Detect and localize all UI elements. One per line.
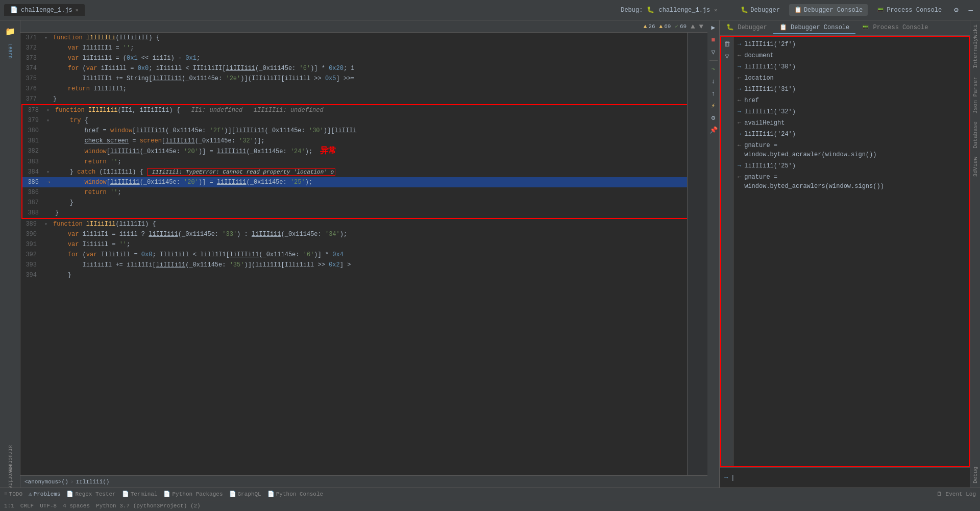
table-row: 384 ▾ } catch (I1IiI1il) { I1IiI1il: Typ… — [22, 167, 705, 177]
bottom-left: ≡ TODO ⚠ Problems 📄 Regex Tester 📄 Termi… — [4, 491, 323, 497]
tab-panel-process-console[interactable]: 📟 Process Console — [855, 21, 934, 34]
eval-button[interactable]: ⚡ — [708, 101, 719, 111]
tab-regex-tester[interactable]: 📄 Regex Tester — [66, 491, 115, 497]
right-panel: 🐛 Debugger 📋 Debugger Console 📟 Process … — [720, 20, 970, 488]
stop-button[interactable]: ■ — [708, 35, 719, 45]
breadcrumb-function[interactable]: IIlIliii() — [76, 479, 109, 485]
line-gutter: ▾ — [43, 167, 53, 177]
fold-icon[interactable]: ▾ — [44, 221, 47, 227]
filter-button[interactable]: ▽ — [708, 47, 719, 57]
sidebar-label-database[interactable]: Database — [972, 117, 978, 153]
line-gutter — [43, 136, 53, 146]
settings-button[interactable]: ⚙ — [951, 5, 961, 15]
step-in-button[interactable]: ↓ — [708, 76, 719, 86]
python-packages-label: Python Packages — [172, 491, 223, 497]
regex-label: Regex Tester — [75, 491, 115, 497]
fold-icon[interactable]: ▾ — [46, 169, 50, 175]
minimize-button[interactable]: — — [966, 5, 976, 15]
sidebar-icon-folder[interactable]: 📁 — [1, 22, 19, 41]
line-number: 383 — [22, 157, 43, 167]
list-item: ← gnature = window.byted_acrawler(window… — [733, 140, 969, 160]
pin-button[interactable]: 📌 — [708, 125, 719, 135]
tab-python-packages[interactable]: 📄 Python Packages — [163, 491, 223, 497]
table-row: 388 } — [22, 208, 705, 218]
graphql-label: GraphQL — [238, 491, 261, 497]
tab-problems[interactable]: ⚠ Problems — [29, 491, 60, 497]
table-row: 379 ▾ try { — [22, 115, 705, 126]
tab-panel-debugger[interactable]: 🐛 Debugger — [720, 21, 773, 34]
line-number: 389 — [20, 219, 41, 229]
tab-todo[interactable]: ≡ TODO — [4, 491, 22, 497]
fold-icon[interactable]: ▾ — [44, 35, 47, 41]
sidebar-label-internalywiki[interactable]: InternalyWiki — [972, 20, 978, 72]
line-number: 391 — [20, 239, 41, 250]
sidebar-label-3dview[interactable]: 3dView — [972, 153, 978, 181]
line-number: 374 — [20, 63, 41, 74]
tab-terminal[interactable]: 📄 Terminal — [122, 491, 158, 497]
line-number: 372 — [20, 43, 41, 53]
list-item: ← gnature = window.byted_acrawlers(windo… — [733, 172, 969, 192]
event-log-button[interactable]: 🗒 Event Log — [937, 491, 976, 497]
todo-label: TODO — [9, 491, 22, 497]
line-gutter — [41, 260, 51, 270]
regex-icon: 📄 — [66, 491, 74, 497]
list-item: ← availHeight — [733, 117, 969, 129]
sidebar-icon-favorites[interactable]: Favorites — [1, 469, 19, 488]
resume-button[interactable]: ▶ — [708, 22, 719, 33]
step-over-button[interactable]: ↷ — [708, 64, 719, 74]
console-filter-button[interactable]: ▽ — [722, 51, 732, 61]
tab-panel-debugger-console[interactable]: 📋 Debugger Console — [773, 21, 855, 34]
console-text: window.byted_acrawler(window.sign()) — [744, 150, 876, 159]
sidebar-label-debug[interactable]: Debug — [972, 463, 978, 488]
breadcrumb-anonymous[interactable]: <anonymous>() — [24, 479, 68, 485]
settings-button[interactable]: ⚙ — [708, 113, 719, 123]
line-number: 388 — [22, 208, 43, 218]
line-gutter — [43, 126, 53, 136]
console-toolbar: 🗑 ▽ — [721, 37, 733, 466]
nav-down-button[interactable]: ▼ — [699, 22, 703, 31]
tab-python-console[interactable]: 📄 Python Console — [267, 491, 323, 497]
clear-console-button[interactable]: 🗑 — [722, 39, 732, 49]
line-content: check_screen = screen[liIIIi11(_0x11145e… — [53, 136, 705, 146]
line-number: 371 — [20, 33, 41, 43]
warning-triangle-icon: ▲ — [644, 23, 647, 30]
todo-icon: ≡ — [4, 491, 8, 497]
tab-close-button[interactable]: ✕ — [76, 7, 79, 13]
line-number: 373 — [20, 53, 41, 63]
tab-debugger-console[interactable]: 📋 Debugger Console — [789, 4, 868, 16]
fold-icon[interactable]: ▾ — [46, 117, 50, 124]
nav-up-button[interactable]: ▲ — [691, 22, 695, 31]
fold-icon[interactable]: ▾ — [46, 107, 50, 113]
console-input-arrow-icon: → — [724, 474, 728, 481]
status-language: Python 3.7 (python3Project) (2) — [96, 503, 201, 509]
line-number: 393 — [20, 260, 41, 270]
process-console-icon: 📟 — [862, 24, 869, 31]
line-number: 376 — [20, 84, 41, 94]
editor-tab[interactable]: 📄 challenge_1.js ✕ — [4, 4, 85, 16]
warning-number: 26 — [648, 23, 655, 30]
terminal-icon: 📄 — [122, 491, 129, 497]
tab-file-icon: 📄 — [10, 6, 18, 14]
console-content: → liIIIi11('2f') ← document → liIIIi11('… — [733, 37, 969, 466]
line-content: return ''; — [53, 157, 705, 167]
list-item: ← location — [733, 72, 969, 84]
tab-debugger[interactable]: 🐛 Debugger — [736, 4, 785, 16]
arrow-left-icon: ← — [738, 119, 741, 127]
arrow-left-icon: ← — [738, 142, 741, 149]
debug-tab-close[interactable]: ✕ — [714, 7, 717, 13]
tab-graphql[interactable]: 📄 GraphQL — [229, 491, 261, 497]
tab-process-console[interactable]: 📟 Process Console — [872, 4, 947, 16]
sidebar-icon-learn[interactable]: Learn — [1, 42, 19, 60]
console-input[interactable] — [731, 474, 966, 481]
step-out-button[interactable]: ↑ — [708, 88, 719, 99]
tab-debugger-console-label: Debugger Console — [804, 7, 863, 14]
table-row: 380 href = window[liIIIi11(_0x11145e: '2… — [22, 126, 705, 136]
current-line-arrow: → — [46, 179, 50, 186]
error-count: ▲ 69 — [659, 23, 671, 30]
line-content: function IIlIliii(II1, iIIiIIi1) { II1: … — [53, 105, 705, 115]
table-row: 393 Iii1iiIl += ilil1Ii[liIIIi11(_0x1114… — [20, 260, 707, 270]
check-number: 69 — [680, 23, 687, 30]
line-gutter: ▾ — [43, 115, 53, 126]
sidebar-label-jsonparser[interactable]: Json Parser — [972, 72, 978, 118]
left-sidebar: 📁 Learn Structure Favorites — [0, 20, 20, 488]
